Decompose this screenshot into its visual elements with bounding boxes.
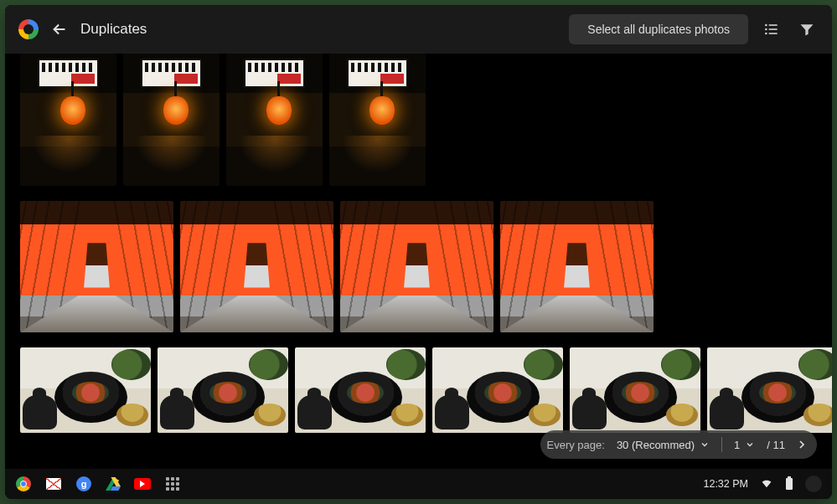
list-view-button[interactable] [760, 18, 783, 41]
current-page-value: 1 [734, 439, 740, 451]
svg-rect-7 [786, 478, 793, 490]
taskbar-app-gmail[interactable] [45, 476, 62, 492]
titlebar: Duplicates Select all duplicates photos [5, 5, 832, 54]
wifi-status[interactable] [760, 476, 773, 492]
page-number-select[interactable]: 1 [731, 439, 758, 451]
gmail-icon [46, 478, 61, 490]
taskbar: g 12:32 PM [5, 469, 832, 499]
page-size-select[interactable]: 30 (Recommed) [613, 439, 713, 451]
wifi-icon [760, 476, 773, 490]
battery-icon [785, 476, 793, 490]
page-size-value: 30 (Recommed) [617, 439, 695, 451]
duplicate-group [20, 54, 832, 186]
photo-thumbnail[interactable] [20, 347, 151, 433]
filter-button[interactable] [795, 18, 819, 41]
chevron-down-icon [745, 440, 755, 450]
svg-rect-6 [788, 476, 791, 478]
photo-thumbnail[interactable] [432, 347, 563, 433]
photo-thumbnail[interactable] [226, 54, 323, 186]
photo-thumbnail[interactable] [340, 201, 493, 332]
app-window: Duplicates Select all duplicates photos [5, 5, 832, 499]
youtube-icon [134, 478, 151, 490]
photo-thumbnail[interactable] [500, 201, 654, 332]
photo-thumbnail[interactable] [123, 54, 220, 186]
duplicate-group [20, 201, 832, 332]
taskbar-app-launcher[interactable] [164, 476, 181, 492]
pagination-bar: Every page: 30 (Recommed) 1 / 11 [540, 430, 818, 459]
duplicate-group [20, 347, 832, 433]
photo-thumbnail[interactable] [158, 347, 288, 433]
back-button[interactable] [50, 20, 69, 39]
battery-status[interactable] [785, 476, 793, 492]
photo-thumbnail[interactable] [570, 347, 700, 433]
filter-icon [798, 21, 815, 38]
photo-thumbnail[interactable] [329, 54, 426, 186]
photo-thumbnail[interactable] [707, 347, 832, 433]
total-pages-label: / 11 [767, 439, 785, 451]
google-icon: g [76, 476, 91, 491]
photo-thumbnail[interactable] [20, 201, 173, 332]
duplicates-grid: Every page: 30 (Recommed) 1 / 11 [5, 54, 832, 469]
svg-rect-4 [769, 28, 778, 30]
taskbar-app-chrome[interactable] [15, 476, 32, 492]
svg-point-1 [765, 28, 767, 31]
chrome-icon [16, 476, 31, 491]
select-all-duplicates-button[interactable]: Select all duplicates photos [569, 14, 748, 44]
photo-thumbnail[interactable] [295, 347, 426, 433]
taskbar-app-drive[interactable] [106, 477, 121, 491]
page-size-label: Every page: [547, 439, 605, 451]
arrow-left-icon [50, 20, 69, 39]
page-title: Duplicates [80, 21, 147, 38]
clock[interactable]: 12:32 PM [703, 478, 748, 490]
user-avatar[interactable] [805, 476, 822, 492]
taskbar-app-youtube[interactable] [134, 476, 151, 492]
next-page-button[interactable] [793, 436, 810, 453]
taskbar-app-google[interactable]: g [75, 476, 92, 492]
list-icon [763, 21, 780, 38]
divider [721, 437, 722, 452]
svg-rect-5 [769, 33, 778, 34]
svg-rect-3 [769, 24, 778, 26]
drive-icon [106, 477, 121, 491]
svg-point-2 [765, 33, 767, 35]
photo-thumbnail[interactable] [180, 201, 333, 332]
chevron-right-icon [795, 438, 809, 451]
photo-thumbnail[interactable] [20, 54, 116, 186]
svg-point-0 [765, 24, 767, 27]
chevron-down-icon [700, 440, 710, 450]
app-logo-icon [18, 19, 39, 39]
apps-grid-icon [166, 477, 179, 491]
